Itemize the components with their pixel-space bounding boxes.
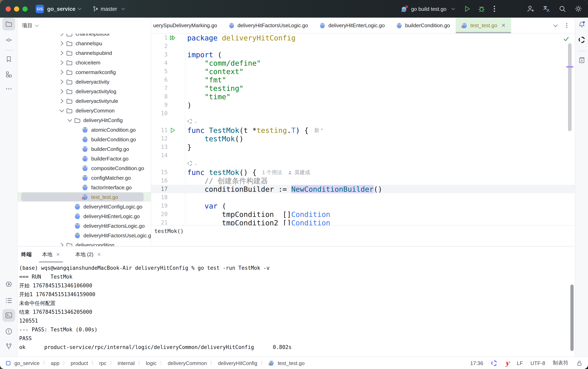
terminal-output[interactable]: (base) wqs@wangqianshundeMacBook-Air del… — [18, 263, 575, 352]
breadcrumb-item[interactable]: deliveryHitConfig — [218, 360, 257, 366]
code-with-me-icon[interactable] — [526, 5, 534, 13]
git-tool-button[interactable] — [2, 340, 15, 353]
sticky-context-line[interactable]: testMok() — [151, 225, 575, 236]
todo-tool-button[interactable] — [2, 294, 15, 307]
run-button[interactable] — [463, 5, 471, 13]
tree-down-chevron-icon[interactable] — [66, 117, 73, 123]
tree-item-cornermarkconfig[interactable]: cornermarkconfig — [18, 67, 151, 77]
notifications-bell-icon[interactable] — [576, 19, 587, 30]
terminal-tab-close-icon[interactable]: ✕ — [56, 252, 60, 257]
indent-style[interactable]: 制表符 — [553, 359, 568, 367]
terminal-tool-button[interactable] — [2, 309, 15, 322]
tree-right-chevron-icon[interactable] — [58, 78, 65, 85]
youdao-status-icon[interactable]: y — [505, 359, 509, 366]
tab-close-icon[interactable]: ✕ — [501, 22, 506, 28]
close-window-button[interactable] — [6, 6, 11, 11]
more-tools-button[interactable] — [2, 82, 15, 95]
breadcrumb-item[interactable]: deliveryCommon — [168, 360, 207, 366]
tree-right-chevron-icon[interactable] — [58, 242, 65, 246]
code-editor[interactable]: 1package deliveryHitConfig23import (4 "c… — [151, 34, 575, 236]
tree-item-channelspubind[interactable]: channelspubind — [18, 48, 151, 58]
tree-right-chevron-icon[interactable] — [58, 97, 65, 104]
tree-item-builderConfig-go[interactable]: builderConfig.go — [18, 144, 151, 154]
inlay-hint[interactable]: 新 * — [314, 127, 323, 134]
tree-right-chevron-icon[interactable] — [58, 34, 65, 37]
settings-gear-icon[interactable] — [574, 5, 582, 13]
project-tool-button[interactable] — [2, 18, 15, 31]
tree-item-builderFactor-go[interactable]: builderFactor.go — [18, 154, 151, 163]
editor-scrollbar[interactable] — [568, 43, 572, 131]
run-all-tests-gutter-icon[interactable] — [169, 34, 176, 41]
tree-item-factorInterface-go[interactable]: factorInterface.go — [18, 183, 151, 192]
inspections-ok-icon[interactable] — [563, 36, 570, 42]
line-ending[interactable]: LF — [517, 360, 523, 366]
minimize-window-button[interactable] — [14, 6, 19, 11]
tree-right-chevron-icon[interactable] — [58, 59, 65, 66]
tree-item-compositeCondition-go[interactable]: compositeCondition.go — [18, 163, 151, 173]
tree-item-deliveryHitFactorsUseLogic-g[interactable]: deliveryHitFactorsUseLogic.g — [18, 231, 151, 240]
translate-icon[interactable]: A — [542, 5, 550, 13]
run-configuration[interactable]: go build test.go — [401, 5, 456, 13]
breadcrumb-item[interactable]: go_service — [14, 360, 40, 366]
tree-item-choiceitem[interactable]: choiceitem — [18, 58, 151, 67]
breadcrumb-item[interactable]: product — [70, 360, 88, 366]
tree-right-chevron-icon[interactable] — [58, 40, 65, 47]
terminal-tab-close-icon[interactable]: ✕ — [97, 252, 101, 257]
tree-item-deliveryHitConfigLogic-go[interactable]: deliveryHitConfigLogic.go — [18, 202, 151, 211]
run-test-gutter-icon[interactable] — [169, 127, 176, 134]
tree-item-channelspu[interactable]: channelspu — [18, 38, 151, 48]
lingma-status-icon[interactable] — [491, 359, 498, 366]
more-run-options-icon[interactable] — [490, 5, 498, 13]
tree-item-deliveryHitFactorsLogic-go[interactable]: deliveryHitFactorsLogic.go — [18, 221, 151, 231]
editor-tab-deliveryHitFactorsUseLogic-go[interactable]: deliveryHitFactorsUseLogic.go — [223, 18, 314, 33]
terminal-tab--2-[interactable]: 本地 (2)✕ — [70, 246, 106, 263]
editor-tab-test_test-go[interactable]: test_test.go✕ — [456, 18, 511, 33]
tree-right-chevron-icon[interactable] — [58, 50, 65, 56]
vcs-widget[interactable]: master — [92, 5, 126, 12]
maximize-window-button[interactable] — [22, 6, 28, 11]
breadcrumb-item[interactable]: rpc — [99, 360, 106, 366]
breadcrumb-item[interactable]: logic — [146, 360, 157, 366]
breadcrumb-current-file[interactable]: test_test.go — [278, 360, 304, 366]
bookmarks-tool-button[interactable] — [2, 53, 15, 66]
tab-options-kebab-icon[interactable] — [564, 22, 570, 29]
breadcrumb-item[interactable]: internal — [118, 360, 135, 366]
terminal-scrollbar[interactable] — [570, 285, 574, 351]
tree-item-deliverycondition[interactable]: deliverycondition — [18, 240, 151, 246]
caret-position[interactable]: 17:36 — [470, 360, 483, 366]
tree-item-builderCondition-go[interactable]: builderCondition.go — [18, 134, 151, 144]
tree-item-deliveryCommon[interactable]: deliveryCommon — [18, 106, 151, 115]
tree-right-chevron-icon[interactable] — [58, 88, 65, 95]
debug-button[interactable] — [478, 5, 486, 13]
tree-item-deliveryHitEnterLogic-go[interactable]: deliveryHitEnterLogic.go — [18, 211, 151, 221]
editor-tab-builderCondition-go[interactable]: builderCondition.go — [390, 18, 456, 33]
tree-down-chevron-icon[interactable] — [58, 107, 65, 114]
project-chevron-icon[interactable] — [77, 6, 82, 12]
lingma-inlay-widget[interactable]: ⌄ — [187, 118, 197, 124]
file-lock-icon[interactable] — [576, 359, 583, 366]
problems-tool-button[interactable] — [2, 325, 15, 338]
terminal-tab--[interactable]: 本地✕ — [37, 246, 65, 263]
breadcrumb-item[interactable]: app — [51, 360, 60, 366]
tree-item-test_test-go[interactable]: test_test.go — [18, 192, 151, 202]
tree-item-channelputtool[interactable]: channelputtool — [18, 34, 151, 38]
structure-tool-button[interactable] — [2, 68, 15, 81]
editor-tab-uerySpuDeliveryMarking-go[interactable]: uerySpuDeliveryMarking.go — [151, 18, 223, 33]
tree-item-deliveryactivityrule[interactable]: deliveryactivityrule — [18, 96, 151, 106]
run-tool-button[interactable] — [2, 278, 15, 291]
tree-item-atomicCondition-go[interactable]: atomicCondition.go — [18, 125, 151, 134]
dictionary-tool-button[interactable]: A — [576, 55, 587, 66]
tree-item-configMatcher-go[interactable]: configMatcher.go — [18, 173, 151, 183]
inlay-hint[interactable]: 1 个用法 — [262, 169, 282, 176]
search-everywhere-icon[interactable] — [558, 5, 566, 13]
inlay-hint[interactable]: 莫建成 — [288, 170, 310, 175]
lingma-inlay-widget[interactable]: ⌄ — [187, 161, 197, 166]
project-panel-header[interactable]: 项目 — [18, 18, 151, 34]
file-encoding[interactable]: UTF-8 — [530, 360, 545, 366]
tree-item-deliveryactivitylog[interactable]: deliveryactivitylog — [18, 86, 151, 96]
commit-tool-button[interactable] — [2, 34, 15, 46]
tree-item-deliveryHitConfig[interactable]: deliveryHitConfig — [18, 115, 151, 125]
project-badge[interactable]: GS — [36, 5, 44, 13]
lingma-tool-button[interactable] — [576, 34, 587, 45]
editor-tab-deliveryHitEnterLogic-go[interactable]: deliveryHitEnterLogic.go — [314, 18, 390, 33]
